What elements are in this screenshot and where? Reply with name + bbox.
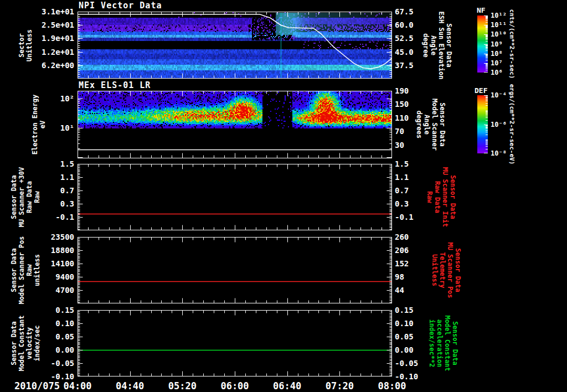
p4-left-axis-title-line: Sensor Data — [10, 229, 18, 312]
p5-left-axis-title-line: Sensor Data — [10, 302, 18, 385]
nf-colorbar-minor-tickmark — [486, 17, 488, 17]
panel-model-scanner-pos-canvas — [78, 237, 392, 303]
p1-right-axis-title-line: ESH Sun Elevation — [437, 4, 445, 87]
nf-colorbar-minor-tickmark — [486, 65, 488, 66]
nf-colorbar-minor-tickmark — [486, 27, 488, 28]
p2-right-axis-title: Sensor DataModel ScannerAngledegrees — [415, 83, 446, 166]
nf-colorbar-tick-label: 10⁷ — [491, 59, 503, 67]
nf-colorbar-minor-tickmark — [486, 48, 488, 48]
nf-colorbar-minor-tickmark — [486, 57, 488, 58]
p5-left-axis-title-line: Model Constant — [18, 302, 25, 385]
def-colorbar-minor-tickmark — [486, 116, 488, 116]
def-colorbar-minor-tickmark — [486, 120, 488, 121]
panel-mu-scanner-raw-canvas — [78, 164, 392, 230]
p3-left-axis-title-line: MU Scanner +30V — [18, 156, 25, 239]
nf-colorbar-minor-tickmark — [486, 20, 488, 21]
nf-colorbar-minor-tickmark — [486, 49, 488, 49]
nf-colorbar-tick-label: 10¹⁰ — [491, 30, 507, 38]
panel-npi-spectrogram-canvas — [78, 12, 392, 79]
p5-right-tick-label: 0.00 — [395, 345, 414, 354]
p3-left-axis-title-line: Sensor Data — [10, 156, 18, 239]
nf-colorbar-minor-tickmark — [486, 38, 488, 38]
nf-colorbar-minor-tickmark — [486, 39, 488, 40]
nf-colorbar-minor-tickmark — [486, 45, 488, 45]
p1-left-axis-title: SectorUnitless — [18, 4, 33, 87]
def-colorbar-minor-tickmark — [486, 128, 488, 129]
def-colorbar-minor-tickmark — [486, 146, 488, 147]
def-colorbar-minor-tickmark — [486, 142, 488, 143]
nf-colorbar-minor-tickmark — [486, 66, 488, 66]
nf-colorbar-minor-tickmark — [486, 35, 488, 36]
p3-right-axis-title-line: Sensor Data — [449, 156, 457, 239]
p1-right-axis-title-line: Sensor Data — [445, 4, 453, 87]
p1-left-axis-title-line: Unitless — [25, 4, 33, 87]
def-colorbar-minor-tickmark — [486, 113, 488, 114]
p5-right-tick-label: 0.15 — [395, 306, 414, 314]
nf-colorbar-units: cnts/(cm**2-sr-sec) — [508, 8, 516, 80]
nf-colorbar-minor-tickmark — [486, 59, 488, 59]
def-colorbar-minor-tickmark — [486, 100, 488, 100]
nf-colorbar-minor-tickmark — [486, 18, 488, 19]
p3-right-tick-label: 0.3 — [395, 199, 409, 208]
p3-right-tick-label: 1.1 — [395, 173, 409, 182]
def-colorbar-minor-tickmark — [486, 140, 488, 141]
def-colorbar-minor-tickmark — [486, 132, 488, 132]
p5-right-tick-label: -0.10 — [395, 372, 418, 381]
p3-right-tick-label: -0.1 — [395, 213, 414, 221]
nf-colorbar-minor-tickmark — [486, 29, 488, 29]
nf-colorbar-minor-tickmark — [486, 22, 488, 23]
def-colorbar-minor-tickmark — [486, 143, 488, 144]
p4-right-axis-title-line: Sensor Data — [454, 229, 462, 312]
p2-right-axis-title-line: degrees — [415, 83, 423, 166]
p3-right-axis-title-line: Raw Data — [434, 156, 441, 239]
p5-left-axis-title-line: index/sec — [33, 302, 41, 385]
p2-right-axis-title-line: Model Scanner — [431, 83, 439, 166]
def-colorbar-minor-tickmark — [486, 127, 488, 128]
nf-colorbar-minor-tickmark — [486, 56, 488, 57]
def-colorbar-label: DEF — [475, 86, 487, 95]
nf-colorbar-minor-tickmark — [486, 50, 488, 51]
p5-left-axis-title: Sensor DataModel Constantvelocityindex/s… — [10, 302, 41, 385]
nf-colorbar-minor-tickmark — [486, 18, 488, 18]
p2-right-tick-label: 190 — [395, 86, 409, 95]
def-colorbar-minor-tickmark — [486, 130, 488, 131]
def-colorbar-tick-label: 10⁻⁸ — [491, 149, 507, 157]
nf-colorbar-minor-tickmark — [486, 35, 488, 35]
nf-colorbar-minor-tickmark — [486, 30, 488, 30]
nf-colorbar-minor-tickmark — [486, 70, 488, 70]
def-colorbar-minor-tickmark — [486, 145, 488, 145]
nf-colorbar-minor-tickmark — [486, 55, 488, 55]
x-tick-label: 04:40 — [108, 380, 152, 391]
p3-right-tick-label: 1.5 — [395, 159, 409, 168]
p1-right-axis-title: Sensor DataESH Sun ElevationAngledegree — [422, 4, 453, 87]
def-colorbar-minor-tickmark — [486, 101, 488, 101]
p1-right-axis-title-line: degree — [422, 4, 430, 87]
x-tick-label: 06:00 — [213, 380, 257, 391]
p3-right-axis-title-line: MU Scanner Init — [441, 156, 449, 239]
def-colorbar-minor-tickmark — [486, 97, 488, 98]
def-colorbar-minor-tickmark — [486, 103, 488, 104]
panel2-title: MEx ELS-01 LR — [79, 80, 151, 90]
p1-right-tick-label: 37.5 — [395, 61, 414, 70]
p2-right-axis-title-line: Sensor Data — [439, 83, 446, 166]
nf-colorbar-minor-tickmark — [486, 28, 488, 28]
def-colorbar-minor-tickmark — [486, 105, 488, 106]
nf-colorbar-minor-tickmark — [486, 38, 488, 39]
nf-colorbar-minor-tickmark — [486, 32, 488, 32]
nf-colorbar-minor-tickmark — [486, 26, 488, 27]
nf-colorbar-minor-tickmark — [486, 44, 488, 45]
nf-colorbar-minor-tickmark — [486, 41, 488, 42]
nf-colorbar-minor-tickmark — [486, 54, 488, 54]
panel-els-spectrogram-canvas — [78, 91, 392, 158]
nf-colorbar-minor-tickmark — [486, 67, 488, 68]
p4-right-tick-label: 98 — [395, 272, 404, 281]
def-colorbar-minor-tickmark — [486, 97, 488, 97]
p3-right-axis-title-line: Raw — [426, 156, 434, 239]
p3-left-axis-title-line: Raw — [33, 156, 41, 239]
nf-colorbar-tick-label: 10¹² — [491, 12, 507, 19]
nf-colorbar-minor-tickmark — [486, 46, 488, 47]
nf-colorbar-minor-tickmark — [486, 45, 488, 46]
def-colorbar-tickmark — [484, 153, 488, 153]
p5-right-axis-title-line: acceleration — [436, 302, 444, 385]
nf-colorbar-minor-tickmark — [486, 37, 488, 37]
